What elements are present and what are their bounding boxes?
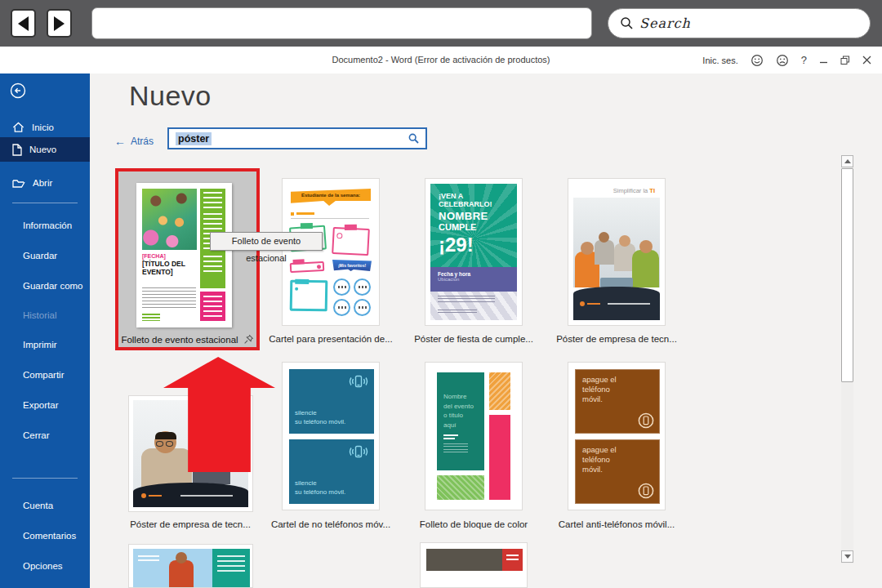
thumbnail-titulo-text: [TÍTULO DEL EVENTO] <box>142 261 196 276</box>
help-icon[interactable]: ? <box>801 54 807 66</box>
template-card-cartel-no-telefonos[interactable]: silencie su teléfono móvil. silencie su … <box>282 362 380 510</box>
thumbnail-photo <box>573 198 660 287</box>
scrollbar-up-button[interactable] <box>841 155 853 167</box>
sidebar-item-guardar-como[interactable]: Guardar como <box>23 281 83 291</box>
sidebar-item-cerrar[interactable]: Cerrar <box>23 430 50 440</box>
decorative-dot <box>295 287 298 291</box>
thumbnail-teal-block: Nombre del evento o título aquí <box>437 372 484 470</box>
feedback-frown-icon[interactable] <box>776 54 789 67</box>
scrollbar-down-button[interactable] <box>841 550 853 563</box>
template-thumbnail: apague el teléfono móvil. apague el telé… <box>573 368 660 505</box>
page-title: Nuevo <box>129 80 212 112</box>
word-backstage-window: Search Documento2 - Word (Error de activ… <box>0 0 882 588</box>
search-submit-icon[interactable] <box>408 133 419 144</box>
minimize-icon[interactable] <box>819 56 828 65</box>
decorative-lines <box>203 256 222 274</box>
template-thumbnail: Estudiante de la semana: ¡Mis favoritos! <box>287 184 374 320</box>
backstage-back-button[interactable] <box>10 82 26 99</box>
open-folder-icon <box>12 178 25 189</box>
sidebar-item-nuevo[interactable]: Nuevo <box>0 137 90 162</box>
search-input-value: póster <box>176 132 212 145</box>
phone-icon <box>348 445 369 461</box>
thumbnail-panel: apague el teléfono móvil. <box>575 439 660 504</box>
sidebar-item-opciones[interactable]: Opciones <box>23 561 63 571</box>
forward-arrow-icon <box>54 16 65 31</box>
sign-in-link[interactable]: Inic. ses. <box>702 56 737 65</box>
clip <box>295 279 309 284</box>
scrollbar-thumb[interactable] <box>841 168 853 382</box>
clip <box>345 225 357 230</box>
template-card-partial[interactable] <box>420 542 528 588</box>
thumbnail-footer <box>430 292 517 320</box>
template-caption: Cartel de no teléfonos móv... <box>257 519 404 529</box>
feedback-smile-icon[interactable] <box>751 54 764 67</box>
sidebar-item-imprimir[interactable]: Imprimir <box>23 340 57 350</box>
template-card-poster-empresa[interactable]: Simplificar la TI <box>568 178 666 326</box>
thumbnail-pink-block <box>200 292 225 321</box>
sidebar-item-comentarios[interactable]: Comentarios <box>23 531 76 541</box>
sidebar-item-historial[interactable]: Historial <box>23 310 57 320</box>
decorative-lines <box>142 287 196 309</box>
sidebar-item-cuenta[interactable]: Cuenta <box>23 501 53 510</box>
forward-button[interactable] <box>47 9 72 38</box>
template-thumbnail: ¡VEN A CELEBRARLO! NOMBRE CUMPLE ¡29! Fe… <box>430 184 517 320</box>
sidebar-item-compartir[interactable]: Compartir <box>23 370 64 380</box>
thumbnail-orange-block <box>489 372 510 410</box>
thumbnail-banner: Estudiante de la semana: <box>291 189 371 206</box>
template-card-cartel-presentacion[interactable]: Estudiante de la semana: ¡Mis favoritos! <box>282 178 380 326</box>
template-card-partial[interactable] <box>128 544 253 588</box>
decorative-lines <box>203 296 222 317</box>
thumbnail-purple-band: Fecha y hora Ubicación <box>430 267 517 292</box>
template-caption: Póster de fiesta de cumple... <box>400 334 547 344</box>
thumbnail-ribbon: ¡Mis favoritos! <box>332 260 372 271</box>
thumbnail-box-teal <box>290 280 328 312</box>
template-search-input[interactable]: póster <box>167 127 427 149</box>
template-card-folleto-bloque-color[interactable]: Nombre del evento o título aquí <box>425 362 523 510</box>
clip <box>292 259 304 265</box>
sidebar-item-label: Inicio <box>32 122 54 132</box>
sidebar-item-informacion[interactable]: Información <box>23 220 72 230</box>
title-bar-controls: Inic. ses. ? <box>702 47 871 74</box>
decorative-line <box>296 212 314 215</box>
template-thumbnail: silencie su teléfono móvil. silencie su … <box>287 368 374 505</box>
home-icon <box>12 122 24 133</box>
phone-circle-icon <box>637 412 655 430</box>
decorative-dot <box>291 212 294 216</box>
decorative-lines <box>438 310 477 313</box>
decorative-lines <box>438 296 495 304</box>
thumbnail-red-badge <box>502 549 523 571</box>
template-card-poster-fiesta[interactable]: ¡VEN A CELEBRARLO! NOMBRE CUMPLE ¡29! Fe… <box>425 178 523 326</box>
thumbnail-logo <box>142 314 160 321</box>
tooltip: Folleto de evento estacional <box>210 232 323 251</box>
sidebar-item-exportar[interactable]: Exportar <box>23 400 58 410</box>
address-bar[interactable] <box>91 7 592 39</box>
sidebar-item-inicio[interactable]: Inicio <box>0 116 90 139</box>
decorative-lines <box>203 192 222 210</box>
backstage-sidebar: Inicio Nuevo Abrir Información Guardar G… <box>0 74 90 588</box>
left-arrow-icon: ← <box>114 136 126 146</box>
restore-icon[interactable] <box>840 56 850 65</box>
browser-search-box[interactable]: Search <box>608 8 871 38</box>
sidebar-item-abrir[interactable]: Abrir <box>0 172 90 194</box>
thumbnail-panel: silencie su teléfono móvil. <box>289 369 374 434</box>
close-icon[interactable] <box>862 56 871 65</box>
back-link[interactable]: ← Atrás <box>114 136 154 147</box>
clip <box>301 223 313 229</box>
thumbnail-panel: silencie su teléfono móvil. <box>289 439 374 504</box>
phone-circle-icon <box>637 482 655 500</box>
decorative-rule <box>291 218 369 219</box>
phone-icon <box>348 375 369 391</box>
thumbnail-fecha-text: [FECHA] <box>142 253 166 259</box>
template-card-folleto-evento-estacional[interactable]: [FECHA] [TÍTULO DEL EVENTO] Folleto de e… <box>115 168 260 350</box>
title-bar: Documento2 - Word (Error de activación d… <box>0 47 882 74</box>
pin-icon[interactable] <box>243 334 254 345</box>
thumbnail-dark-band <box>573 287 660 320</box>
glasses <box>156 441 163 447</box>
search-label: Search <box>639 16 691 31</box>
back-button[interactable] <box>11 9 36 38</box>
thumbnail-photo <box>142 189 197 250</box>
template-card-cartel-anti-telefonos[interactable]: apague el teléfono móvil. apague el telé… <box>568 362 666 510</box>
thumbnail-panel: apague el teléfono móvil. <box>575 369 660 434</box>
sidebar-item-guardar[interactable]: Guardar <box>23 251 57 261</box>
thumbnail-tray-pink <box>290 261 325 273</box>
